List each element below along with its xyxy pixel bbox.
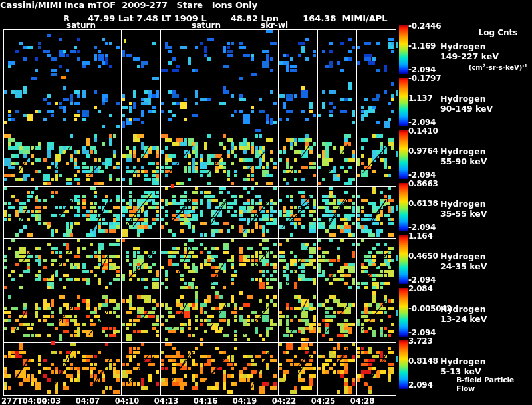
scale-min-label: -2.094 [408, 223, 436, 232]
bfield-particle-flow-label: B-field Particle Flow [456, 376, 532, 393]
time-tick-label: 04:22 [272, 396, 297, 405]
species-label: Hydrogen [440, 356, 486, 366]
band-range-label: 24-35 keV [440, 261, 487, 271]
subtitle-ephemeris: R 47.99 Lat 7.48 LT 1909 L 48.82 Lon 164… [63, 13, 388, 23]
time-tick-label: 04:03 [37, 396, 61, 405]
band-range-label: 149-227 keV [440, 51, 499, 61]
annotation-saturn: saturn [66, 21, 96, 30]
species-label: Hydrogen [440, 251, 487, 261]
scale-max-label: 3.723 [408, 337, 432, 346]
colorbar-row-0 [399, 25, 408, 74]
time-tick-label: 04:28 [350, 396, 375, 405]
band-range-label: 90-149 keV [440, 104, 493, 114]
energy-band-label: Hydrogen24-35 keV [440, 251, 487, 271]
scale-max-label: -0.1797 [408, 74, 441, 83]
colorbar-marker [396, 310, 398, 316]
colorbar-marker [396, 255, 398, 261]
colorbar-marker [396, 151, 398, 157]
energy-band-label: Hydrogen90-149 keV [440, 94, 493, 114]
colorbar-row-2 [399, 130, 408, 179]
energy-band-label: Hydrogen55-90 keV [440, 146, 487, 166]
time-tick-label: 04:13 [154, 396, 179, 405]
band-range-label: 35-55 keV [440, 209, 487, 219]
scale-max-label: -0.2446 [408, 21, 441, 31]
energy-band-label: Hydrogen35-55 keV [440, 199, 487, 219]
species-label: Hydrogen [440, 199, 487, 209]
scale-max-label: 0.1410 [408, 126, 438, 136]
annotation-saturn: saturn [192, 21, 221, 30]
species-label: Hydrogen [440, 146, 487, 156]
colorbar-row-5 [399, 288, 408, 337]
scale-max-label: 1.164 [408, 231, 432, 241]
scale-mid-label: 0.6138 [408, 199, 438, 208]
band-range-label: 13-24 keV [440, 314, 487, 324]
time-tick-label: 04:16 [194, 396, 218, 405]
colorbar-row-6 [399, 340, 408, 389]
scale-min-label: 2.094 [408, 380, 432, 390]
scale-min-label: -2.094 [408, 65, 436, 74]
species-label: Hydrogen [440, 41, 499, 51]
scale-mid-label: 0.4650 [408, 251, 438, 261]
scale-max-label: 2.084 [408, 284, 432, 293]
scale-min-label: -2.094 [408, 328, 436, 337]
colorbar-row-4 [399, 235, 408, 284]
scale-max-label: 0.8663 [408, 179, 438, 188]
colorbar-marker [396, 90, 398, 96]
energy-band-label: Hydrogen13-24 keV [440, 304, 487, 324]
colorbar-marker [396, 42, 398, 48]
time-tick-label: 04:10 [115, 396, 140, 405]
colorbar-row-3 [399, 183, 408, 231]
band-range-label: 5-13 keV [440, 366, 486, 376]
scale-mid-label: 1.137 [408, 94, 432, 103]
time-tick-label: 04:07 [76, 396, 100, 405]
scale-min-label: -2.094 [408, 275, 436, 285]
band-range-label: 55-90 keV [440, 156, 487, 166]
scale-mid-label: -1.169 [408, 41, 436, 51]
units-line1: Log Cnts [466, 28, 531, 37]
energy-band-label: Hydrogen5-13 keV [440, 356, 486, 376]
colorbar-row-1 [399, 78, 408, 126]
time-tick-label: 04:25 [311, 396, 336, 405]
page-title: Cassini/MIMI Inca mTOF 2009-277 Stare Io… [0, 0, 257, 10]
scale-mid-label: 0.8148 [408, 356, 438, 366]
scale-mid-label: 0.9764 [408, 146, 438, 156]
units-line2: (cm2-sr-s-keV)-1 [466, 63, 531, 71]
energy-band-label: Hydrogen149-227 keV [440, 41, 499, 61]
colorbar-marker [396, 356, 398, 362]
scale-min-label: -2.094 [408, 170, 436, 180]
scale-min-label: -2.094 [408, 118, 436, 127]
species-label: Hydrogen [440, 94, 493, 104]
colorbar-marker [396, 205, 398, 211]
species-label: Hydrogen [440, 304, 487, 314]
annotation-skr-wl: skr-wl [261, 21, 288, 30]
time-tick-label: 04:19 [233, 396, 257, 405]
